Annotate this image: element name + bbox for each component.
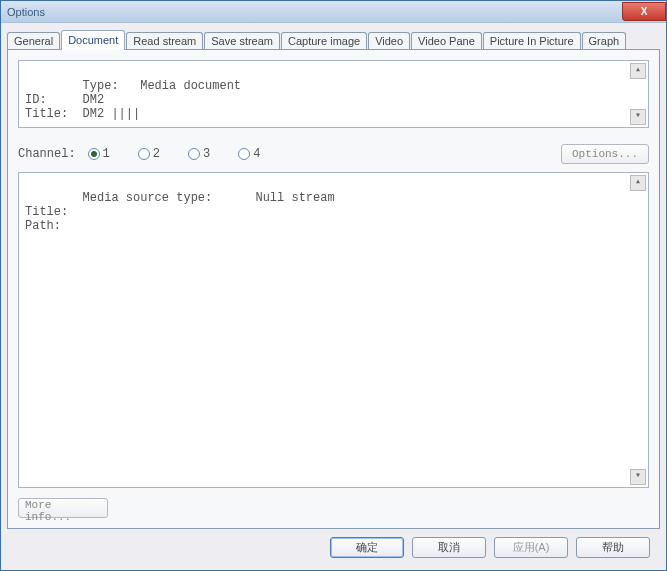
ok-button[interactable]: 确定 [330,537,404,558]
scroll-up-icon[interactable]: ▴ [630,175,646,191]
stream-info-box: Media source type: Null stream Title: Pa… [18,172,649,488]
channel-radio-3[interactable]: 3 [188,147,210,161]
tab-graph[interactable]: Graph [582,32,627,49]
help-button[interactable]: 帮助 [576,537,650,558]
close-icon: X [641,6,648,17]
scroll-down-icon[interactable]: ▾ [630,469,646,485]
document-info-text: Type: Media document ID: DM2 Title: DM2 … [25,79,241,121]
titlebar: Options X [1,1,666,23]
scroll-up-icon[interactable]: ▴ [630,63,646,79]
radio-icon [188,148,200,160]
radio-icon [238,148,250,160]
tab-page-document: Type: Media document ID: DM2 Title: DM2 … [7,49,660,529]
tab-strip: General Document Read stream Save stream… [7,29,660,49]
channel-options-button[interactable]: Options... [561,144,649,164]
channel-radio-group: 1 2 3 4 [88,147,261,161]
tab-video[interactable]: Video [368,32,410,49]
tab-capture-image[interactable]: Capture image [281,32,367,49]
tab-read-stream[interactable]: Read stream [126,32,203,49]
close-button[interactable]: X [622,2,666,21]
client-area: General Document Read stream Save stream… [1,23,666,570]
more-info-button[interactable]: More info... [18,498,108,518]
scroll-down-icon[interactable]: ▾ [630,109,646,125]
document-info-box: Type: Media document ID: DM2 Title: DM2 … [18,60,649,128]
apply-button[interactable]: 应用(A) [494,537,568,558]
radio-icon [88,148,100,160]
radio-label: 1 [103,147,110,161]
dialog-button-bar: 确定 取消 应用(A) 帮助 [7,529,660,564]
channel-row: Channel: 1 2 3 [18,144,649,164]
channel-radio-1[interactable]: 1 [88,147,110,161]
tab-save-stream[interactable]: Save stream [204,32,280,49]
cancel-button[interactable]: 取消 [412,537,486,558]
radio-label: 4 [253,147,260,161]
options-dialog: Options X General Document Read stream S… [0,0,667,571]
tab-picture-in-picture[interactable]: Picture In Picture [483,32,581,49]
radio-icon [138,148,150,160]
channel-radio-2[interactable]: 2 [138,147,160,161]
window-title: Options [7,6,45,18]
tab-general[interactable]: General [7,32,60,49]
tab-document[interactable]: Document [61,30,125,50]
stream-info-text: Media source type: Null stream Title: Pa… [25,191,335,233]
radio-label: 2 [153,147,160,161]
radio-label: 3 [203,147,210,161]
channel-radio-4[interactable]: 4 [238,147,260,161]
tab-video-pane[interactable]: Video Pane [411,32,482,49]
